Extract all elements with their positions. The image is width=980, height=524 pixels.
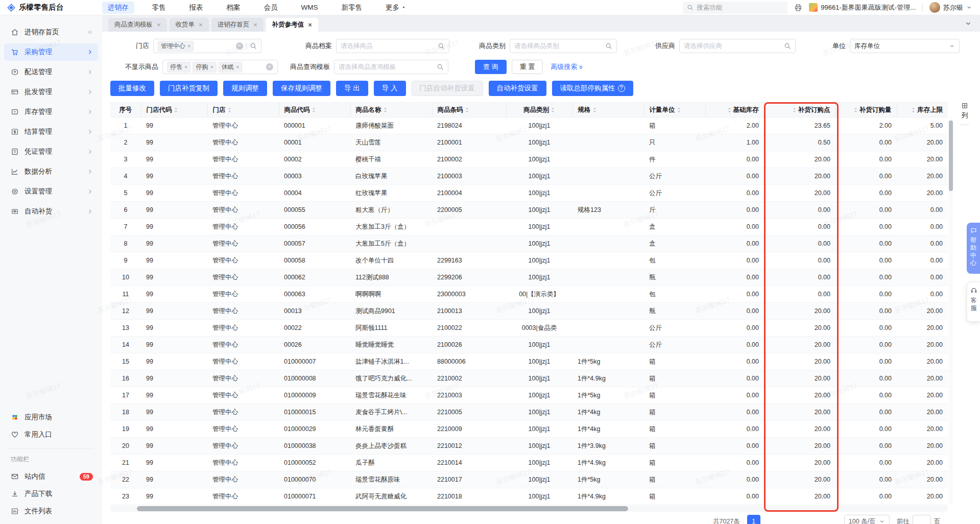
topnav-menu-item[interactable]: 会员 (258, 2, 283, 14)
column-header-序号[interactable]: 序号 (110, 103, 141, 117)
vertical-scrollbar[interactable] (949, 117, 953, 504)
table-row[interactable]: 2399管理中心010000071武阿哥无蔗糖威化2210018100|jzj1… (110, 488, 948, 505)
supplier-filter-input[interactable] (679, 39, 796, 53)
tab-进销存首页[interactable]: 进销存首页× (211, 18, 264, 32)
sidebar-item-inventory[interactable]: 库存管理 (4, 103, 98, 121)
topnav-menu-item[interactable]: 新零售 (336, 2, 368, 14)
page-size-select[interactable]: 100 条/页 (844, 515, 890, 524)
topnav-menu-item[interactable]: 进销存 (102, 2, 134, 14)
topnav-menu-item[interactable]: 零售 (147, 2, 172, 14)
sidebar-item-auto[interactable]: 自动补货 (4, 203, 98, 220)
close-icon[interactable]: × (308, 21, 312, 28)
tag-close-icon[interactable]: × (184, 64, 187, 70)
table-row[interactable]: 1499管理中心00026睡觉睡觉睡觉2100026100|jzj1公斤0.00… (110, 337, 948, 353)
query-button[interactable]: 查 询 (475, 60, 507, 74)
column-header-补货订购量[interactable]: 补货订购量 (835, 103, 897, 117)
supplier-input[interactable] (684, 42, 781, 50)
column-header-商品名称[interactable]: 商品名称 (350, 103, 432, 117)
template-filter-input[interactable] (334, 60, 448, 74)
column-header-门店[interactable]: 门店 (207, 103, 279, 117)
product-filter-input[interactable] (336, 39, 449, 53)
toolbar-button-批量修改[interactable]: 批量修改 (110, 81, 154, 96)
tab-list-dropdown[interactable] (965, 20, 972, 27)
column-header-规格[interactable]: 规格 (572, 103, 644, 117)
clear-icon[interactable]: × (266, 63, 273, 70)
table-row[interactable]: 1599管理中心010000007盐津铺子冰淇淋1...88000006100|… (110, 353, 948, 370)
search-icon[interactable] (784, 42, 791, 50)
close-icon[interactable]: × (199, 21, 203, 28)
table-row[interactable]: 1699管理中心010000008饿了吧巧克力威化...2210002100|j… (110, 370, 948, 387)
table-row[interactable]: 2299管理中心010000070瑞景雪花酥原味2210017100|jzj11… (110, 471, 948, 488)
tag-close-icon[interactable]: × (210, 64, 213, 70)
sidebar-item-mail[interactable]: 站内信59 (4, 468, 98, 485)
search-icon[interactable] (437, 63, 444, 70)
tag-close-icon[interactable]: × (236, 64, 239, 70)
pagination-page-1-button[interactable]: 1 (747, 515, 760, 524)
column-settings[interactable]: 列 (958, 102, 971, 125)
topnav-menu-item[interactable]: 报表 (184, 2, 209, 14)
tab-补货参考值[interactable]: 补货参考值× (266, 18, 318, 32)
table-row[interactable]: 799管理中心000056大葱加工3斤（盒）100|jzj1盒0.000.000… (110, 219, 948, 235)
advanced-search-link[interactable]: 高级搜索 (551, 62, 584, 72)
toolbar-button-门店补货复制[interactable]: 门店补货复制 (160, 81, 218, 96)
sidebar-item-wholesale[interactable]: 批发管理 (4, 83, 98, 101)
toolbar-button-读取总部停购属性[interactable]: 读取总部停购属性? (552, 81, 633, 96)
table-row[interactable]: 1799管理中心010000009瑞景雪花酥花生味2210003100|jzj1… (110, 387, 948, 404)
table-row[interactable]: 699管理中心000055粗大葱（斤）2200005100|jzj1规格123斤… (110, 202, 948, 219)
column-header-基础库存[interactable]: 基础库存 (705, 103, 764, 117)
toolbar-button-导入[interactable]: 导 入 (374, 81, 406, 96)
table-row[interactable]: 2099管理中心010000038炎炎上品枣沙蛋糕2210012100|jzj1… (110, 438, 948, 455)
close-icon[interactable]: × (253, 21, 257, 28)
search-icon[interactable] (438, 42, 445, 50)
column-header-商品条码[interactable]: 商品条码 (432, 103, 506, 117)
sidebar-item-home[interactable]: 进销存首页 (4, 23, 98, 41)
template-input[interactable] (339, 63, 434, 70)
sidebar-item-gear[interactable]: 设置管理 (4, 183, 98, 200)
column-header-补货订购点[interactable]: 补货订购点 (764, 103, 835, 117)
column-header-商品类别[interactable]: 商品类别 (506, 103, 572, 117)
table-row[interactable]: 399管理中心00002樱桃千禧2100002100|jzj1件0.0020.0… (110, 151, 948, 168)
tag-close-icon[interactable]: × (187, 43, 190, 49)
table-row[interactable]: 599管理中心00004红玫瑰苹果2100004100|jzj1公斤0.0020… (110, 185, 948, 202)
sidebar-item-settle[interactable]: 结算管理 (4, 123, 98, 140)
topnav-menu-item[interactable]: 更多 (380, 2, 412, 14)
goto-page-input[interactable] (913, 515, 931, 524)
tab-商品查询模板[interactable]: 商品查询模板× (108, 18, 167, 32)
table-row[interactable]: 899管理中心000057大葱加工5斤（盒）100|jzj1盒0.000.000… (110, 235, 948, 252)
user-menu[interactable]: 苏尔银 (929, 2, 972, 13)
sidebar-item-voucher[interactable]: 凭证管理 (4, 143, 98, 160)
table-row[interactable]: 199管理中心000001康师傅酸菜面2198024100|jzj1箱2.002… (110, 117, 948, 134)
horizontal-scrollbar[interactable] (110, 506, 948, 512)
vertical-scrollbar-thumb[interactable] (949, 121, 953, 191)
global-search-input[interactable] (697, 4, 773, 11)
search-icon[interactable] (250, 42, 257, 50)
toolbar-button-导出[interactable]: 导 出 (336, 81, 368, 96)
tab-收货单[interactable]: 收货单× (170, 18, 209, 32)
topnav-menu-item[interactable]: 档案 (221, 2, 246, 14)
collapse-sidebar-icon[interactable] (87, 29, 93, 35)
hide-products-input[interactable]: 停售×停购×休眠× × (162, 60, 278, 74)
sidebar-item-download[interactable]: 产品下载 (4, 485, 98, 503)
close-icon[interactable]: × (157, 21, 161, 28)
table-row[interactable]: 1199管理中心000063啊啊啊啊2300000300|【演示类】包0.000… (110, 286, 948, 303)
store-filter-input[interactable]: 管理中心× × (153, 39, 261, 53)
column-header-门店代码[interactable]: 门店代码 (141, 103, 207, 117)
sidebar-item-delivery[interactable]: 配送管理 (4, 63, 98, 81)
table-row[interactable]: 1299管理中心00013测试商品99012100013100|jzj1瓶0.0… (110, 303, 948, 320)
help-center-button[interactable]: 帮助中心 (967, 223, 980, 274)
sidebar-item-chart[interactable]: 数据分析 (4, 163, 98, 180)
customer-service-button[interactable]: 客服 (967, 282, 980, 322)
table-row[interactable]: 299管理中心00001天山雪莲2100001100|jzj1只1.000.50… (110, 134, 948, 151)
toolbar-button-自动补货设置[interactable]: 自动补货设置 (489, 81, 546, 96)
column-header-库存上限[interactable]: 库存上限 (897, 103, 948, 117)
sidebar-item-cart[interactable]: 采购管理 (4, 43, 98, 61)
table-row[interactable]: 999管理中心000058改个单位十四2299163100|jzj1包0.000… (110, 252, 948, 269)
clear-icon[interactable]: × (236, 42, 243, 50)
toolbar-button-规则调整[interactable]: 规则调整 (223, 81, 267, 96)
column-header-商品代码[interactable]: 商品代码 (279, 103, 350, 117)
sidebar-item-docform[interactable]: 需求申请 (4, 520, 98, 524)
table-row[interactable]: 1999管理中心010000029林元香蛋黄酥2210009100|jzj11件… (110, 421, 948, 438)
unit-select[interactable]: 库存单位 (850, 39, 960, 53)
category-filter-input[interactable] (510, 39, 617, 53)
sidebar-item-filelist[interactable]: 文件列表 (4, 503, 98, 520)
